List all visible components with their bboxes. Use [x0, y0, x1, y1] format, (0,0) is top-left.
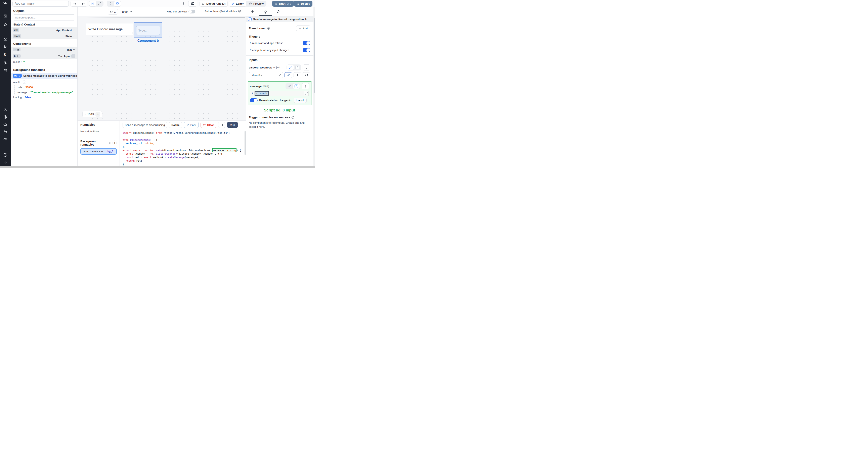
recompute-toggle[interactable] — [303, 48, 310, 52]
more-options-kebab-icon[interactable] — [182, 2, 186, 5]
zoom-in-button[interactable]: + — [95, 112, 100, 117]
desktop-view-button[interactable] — [114, 1, 121, 6]
canvas-grid[interactable]: Write Discord message: Component b — [79, 18, 245, 119]
app-canvas[interactable]: Write Discord message: Component b − 100… — [78, 16, 246, 121]
clear-button[interactable]: Clear — [200, 122, 216, 128]
docs-book-button[interactable] — [188, 1, 197, 7]
reeval-toggle[interactable] — [250, 98, 257, 102]
settings-gear-icon[interactable] — [3, 115, 7, 119]
static-mode-pencil-icon[interactable] — [287, 65, 294, 70]
bg0-runnable-row[interactable]: bg_0 Send a message to discord using web… — [11, 73, 78, 79]
audit-eye-icon[interactable] — [3, 137, 7, 141]
deploy-button[interactable]: Deploy — [294, 1, 312, 7]
undo-button[interactable] — [71, 1, 79, 7]
component-row-b[interactable]: b Text Input — [11, 53, 78, 59]
redo-button[interactable] — [79, 1, 87, 7]
chevron-down-icon[interactable] — [72, 35, 75, 38]
refresh-resource-button[interactable] — [303, 72, 310, 78]
connect-plug-icon[interactable] — [302, 83, 309, 89]
transformer-row: Transformer Add — [249, 25, 310, 31]
horizontal-scrollbar[interactable] — [0, 166, 315, 168]
tab-preview[interactable]: Preview — [247, 1, 266, 6]
connect-plug-icon[interactable] — [303, 64, 310, 70]
cache-button[interactable]: Cache — [169, 122, 182, 128]
add-resource-button[interactable] — [293, 72, 301, 78]
home-icon[interactable] — [3, 37, 7, 41]
app-summary-input[interactable] — [12, 1, 69, 7]
expand-sidebar-arrow-icon[interactable] — [3, 160, 7, 164]
center-layout-button[interactable] — [89, 1, 96, 6]
bg0-message-row[interactable]: message: "Cannot send an empty message" — [15, 90, 78, 95]
run-on-start-toggle[interactable] — [303, 41, 310, 45]
workspace-icon[interactable] — [3, 14, 7, 18]
bg0-loading-row[interactable]: loading: false — [11, 95, 78, 100]
resize-handle[interactable] — [131, 32, 132, 34]
refresh-script-button[interactable] — [218, 122, 225, 128]
text-component-a[interactable]: Write Discord message: — [86, 24, 133, 35]
selected-component-b[interactable] — [134, 23, 162, 38]
text-input-component-b[interactable] — [136, 26, 160, 35]
scrollbar-thumb[interactable] — [314, 18, 315, 93]
resource-picker-field[interactable]: u/henri/te... — [249, 72, 283, 78]
right-panel-tabs — [246, 7, 313, 16]
reeval-target-badge[interactable]: b.result — [294, 98, 307, 103]
collapse-toggle[interactable]: - — [23, 80, 26, 84]
runs-play-icon[interactable] — [3, 45, 7, 49]
add-bg-runnable-button[interactable]: + — [113, 140, 117, 145]
info-icon[interactable] — [284, 41, 287, 44]
tab-editor[interactable]: Editor — [229, 1, 246, 6]
bg-runnable-item-selected[interactable]: Send a message... bg_0 — [81, 148, 117, 155]
eval-mode-f-icon[interactable]: f — [293, 84, 300, 89]
chevron-down-icon[interactable] — [72, 48, 75, 51]
run-mode-dropdown[interactable]: once — [122, 9, 132, 15]
bg0-code-row[interactable]: code: 50006 — [15, 85, 78, 90]
resources-cubes-icon[interactable] — [3, 61, 7, 65]
billing-dollar-icon[interactable]: $ — [4, 53, 8, 57]
refresh-count-button[interactable]: 1 — [108, 9, 118, 15]
tab-styling-brush-icon[interactable] — [276, 10, 280, 14]
mobile-view-button[interactable] — [107, 1, 114, 6]
resize-handle[interactable] — [158, 32, 159, 34]
component-b-result-row[interactable]: result: "" — [11, 59, 78, 64]
code-editor[interactable]: import discordwebhook from "https://deno… — [120, 129, 246, 168]
edit-resource-pencil-button[interactable] — [284, 72, 292, 78]
bg0-result-row[interactable]: result: - — [11, 79, 78, 85]
help-icon[interactable] — [3, 153, 7, 157]
left-rail: $ — [0, 0, 11, 168]
tab-insert-plus-icon[interactable] — [251, 10, 255, 14]
folders-icon[interactable] — [3, 130, 7, 134]
static-mode-pencil-icon[interactable] — [286, 84, 293, 89]
output-row-state[interactable]: state State — [11, 33, 78, 39]
collapse-chevron-up[interactable] — [71, 54, 75, 58]
info-icon[interactable] — [238, 10, 241, 13]
expand-editor-icon[interactable] — [304, 91, 309, 96]
tab-component-settings-icon[interactable] — [264, 10, 268, 14]
window-scrollbar[interactable] — [313, 7, 315, 168]
info-icon[interactable] — [291, 116, 294, 119]
message-expression-editor[interactable]: 1 b.result — [250, 91, 309, 96]
eval-mode-f-icon[interactable]: f — [294, 65, 301, 70]
favorites-star-icon[interactable] — [3, 23, 7, 27]
editor-scrollbar[interactable] — [245, 131, 246, 155]
hide-bar-toggle[interactable] — [188, 10, 195, 13]
zoom-out-button[interactable]: − — [84, 112, 86, 116]
user-icon[interactable] — [3, 107, 7, 112]
script-name-field[interactable]: Send a message to discord using — [123, 122, 167, 128]
clear-x-icon[interactable] — [278, 74, 281, 77]
chevron-down-icon[interactable] — [72, 29, 75, 32]
state-type-label: State — [65, 35, 72, 38]
add-transformer-button[interactable]: Add — [296, 25, 310, 31]
info-icon[interactable] — [267, 27, 270, 30]
copy-code-icon[interactable] — [230, 125, 233, 128]
runnables-empty-text: No scripts/flows — [81, 130, 117, 133]
windmill-logo-icon[interactable] — [3, 1, 8, 6]
fork-button[interactable]: Fork — [184, 122, 199, 128]
schedules-calendar-icon[interactable] — [3, 68, 7, 73]
debug-runs-button[interactable]: Debug runs (3) — [199, 1, 228, 7]
output-row-ctx[interactable]: ctx App Context — [11, 27, 78, 33]
fullwidth-layout-button[interactable] — [96, 1, 103, 6]
component-row-a[interactable]: a Text — [11, 46, 78, 53]
search-outputs-input[interactable] — [13, 14, 75, 21]
workers-robot-icon[interactable] — [3, 123, 7, 127]
draft-button[interactable]: Draft ⌘S — [272, 1, 294, 7]
